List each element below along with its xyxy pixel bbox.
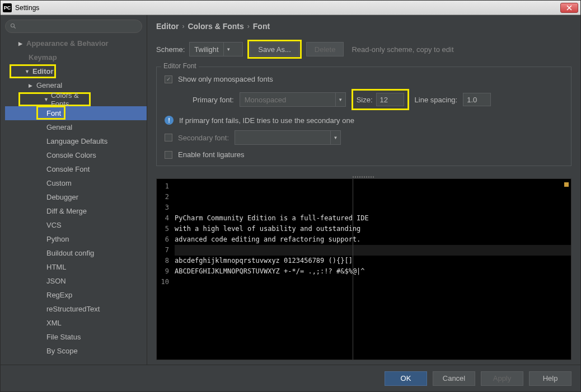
breadcrumb: Editor› Colors & Fonts› Font [156, 22, 571, 31]
chevron-down-icon: ▼ [334, 97, 347, 102]
scheme-select[interactable]: Twilight ▼ [189, 42, 243, 56]
size-input[interactable]: 12 [376, 93, 404, 106]
tree-file-status[interactable]: File Status [5, 330, 147, 344]
readonly-hint: Read-only scheme, copy to edit [352, 45, 453, 54]
tree-appearance[interactable]: ▶Appearance & Behavior [5, 36, 147, 50]
close-icon [566, 5, 572, 11]
primary-font-label: Primary font: [193, 96, 234, 104]
save-as-button[interactable]: Save As... [250, 42, 299, 56]
editor-font-group: Editor Font Show only monospaced fonts P… [156, 67, 571, 166]
settings-tree[interactable]: ▶Appearance & Behavior Keymap ▼Editor ▶G… [5, 36, 147, 365]
tree-console-colors[interactable]: Console Colors [5, 148, 147, 162]
show-mono-checkbox[interactable] [165, 75, 172, 83]
dialog-footer: OK Cancel Apply Help [1, 365, 580, 391]
close-button[interactable] [560, 3, 578, 13]
info-text: If primary font fails, IDE tries to use … [179, 116, 354, 125]
secondary-font-select[interactable]: ▼ [235, 130, 341, 145]
info-icon: ! [165, 116, 174, 125]
tree-json[interactable]: JSON [5, 274, 147, 288]
scheme-label: Scheme: [156, 45, 185, 54]
window-title: Settings [15, 4, 560, 12]
primary-font-select[interactable]: Monospaced ▼ [240, 92, 346, 107]
secondary-font-label: Secondary font: [178, 134, 229, 142]
sidebar: ▶Appearance & Behavior Keymap ▼Editor ▶G… [1, 15, 147, 365]
tree-rst[interactable]: reStructuredText [5, 302, 147, 316]
tree-buildout[interactable]: Buildout config [5, 246, 147, 260]
app-icon: PC [3, 3, 12, 12]
gutter: 12345678910 [157, 179, 172, 360]
tree-debugger[interactable]: Debugger [5, 190, 147, 204]
tree-xml[interactable]: XML [5, 316, 147, 330]
help-button[interactable]: Help [529, 371, 571, 386]
chevron-down-icon: ▼ [329, 135, 343, 140]
tree-editor[interactable]: ▼Editor [10, 64, 56, 78]
cancel-button[interactable]: Cancel [433, 371, 475, 386]
size-label: Size: [357, 96, 373, 104]
tree-vcs[interactable]: VCS [5, 218, 147, 232]
apply-button[interactable]: Apply [481, 371, 523, 386]
svg-point-0 [11, 24, 15, 27]
line-spacing-label: Line spacing: [415, 96, 458, 104]
ligatures-checkbox[interactable] [165, 151, 172, 159]
tree-colors-fonts[interactable]: ▼Colors & Fonts [18, 92, 91, 106]
secondary-checkbox[interactable] [165, 134, 172, 141]
tree-custom[interactable]: Custom [5, 176, 147, 190]
font-preview[interactable]: 12345678910 PyCharm Community Edition is… [156, 178, 571, 360]
tree-python[interactable]: Python [5, 232, 147, 246]
marker-icon [564, 182, 569, 187]
tree-console-font[interactable]: Console Font [5, 162, 147, 176]
tree-font[interactable]: Font [5, 106, 147, 120]
line-spacing-input[interactable]: 1.0 [463, 93, 491, 106]
delete-button[interactable]: Delete [306, 42, 344, 56]
tree-cf-general[interactable]: General [5, 120, 147, 134]
search-icon [10, 23, 17, 30]
chevron-down-icon: ▼ [222, 47, 235, 52]
tree-diff-merge[interactable]: Diff & Merge [5, 204, 147, 218]
tree-lang-defaults[interactable]: Language Defaults [5, 134, 147, 148]
tree-by-scope[interactable]: By Scope [5, 344, 147, 358]
code-area: PyCharm Community Edition is a full-feat… [172, 179, 571, 360]
main-panel: Editor› Colors & Fonts› Font Scheme: Twi… [147, 15, 580, 365]
tree-regexp[interactable]: RegExp [5, 288, 147, 302]
search-input[interactable] [5, 20, 142, 33]
tree-html[interactable]: HTML [5, 260, 147, 274]
ok-button[interactable]: OK [385, 371, 427, 386]
ligatures-label: Enable font ligatures [178, 150, 245, 159]
group-title: Editor Font [161, 62, 199, 70]
tree-keymap[interactable]: Keymap [5, 50, 147, 64]
tree-general[interactable]: ▶General [5, 78, 147, 92]
titlebar: PC Settings [1, 1, 580, 15]
show-mono-label: Show only monospaced fonts [178, 75, 273, 83]
